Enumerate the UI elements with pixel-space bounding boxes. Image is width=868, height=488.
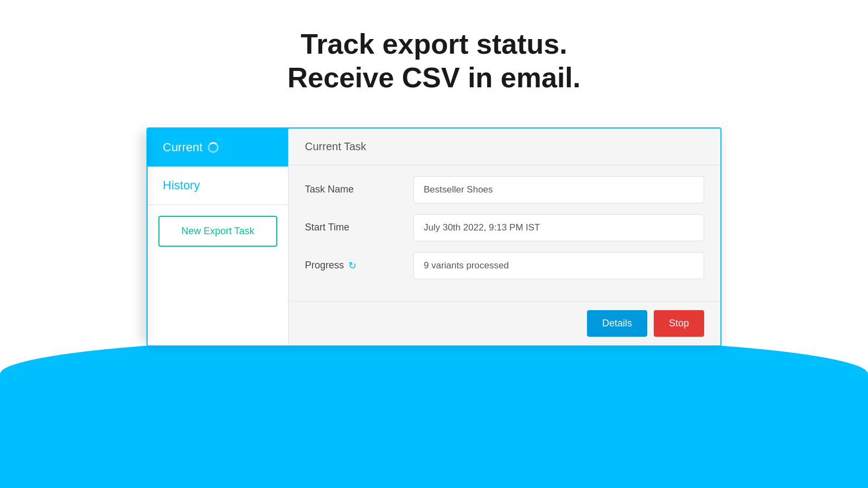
start-time-value: July 30th 2022, 9:13 PM IST bbox=[413, 214, 704, 241]
task-name-value: Bestseller Shoes bbox=[413, 176, 704, 203]
section-title: Current Task bbox=[289, 129, 720, 165]
sidebar-item-current[interactable]: Current bbox=[148, 129, 288, 166]
progress-value: 9 variants processed bbox=[413, 252, 704, 279]
card-wrapper: Current History New Export Task Current … bbox=[146, 127, 722, 346]
card-shadow bbox=[138, 133, 149, 341]
new-task-label: New Export Task bbox=[181, 226, 254, 236]
task-name-label: Task Name bbox=[305, 184, 403, 195]
details-button[interactable]: Details bbox=[587, 310, 647, 337]
history-label: History bbox=[163, 178, 200, 192]
page-content: Track export status. Receive CSV in emai… bbox=[0, 0, 868, 488]
progress-label: Progress ↻ bbox=[305, 260, 403, 272]
page-header: Track export status. Receive CSV in emai… bbox=[288, 0, 581, 95]
start-time-row: Start Time July 30th 2022, 9:13 PM IST bbox=[305, 214, 704, 241]
sidebar-item-history[interactable]: History bbox=[148, 166, 288, 205]
header-title: Track export status. Receive CSV in emai… bbox=[288, 27, 581, 95]
current-label: Current bbox=[163, 140, 202, 155]
start-time-label: Start Time bbox=[305, 222, 403, 233]
progress-row: Progress ↻ 9 variants processed bbox=[305, 252, 704, 279]
header-line1: Track export status. bbox=[301, 28, 567, 60]
main-card: Current History New Export Task Current … bbox=[146, 127, 722, 346]
main-content-area: Current Task Task Name Bestseller Shoes … bbox=[289, 129, 720, 345]
form-area: Task Name Bestseller Shoes Start Time Ju… bbox=[289, 165, 720, 301]
footer-actions: Details Stop bbox=[289, 301, 720, 345]
stop-button[interactable]: Stop bbox=[654, 310, 704, 337]
header-line2: Receive CSV in email. bbox=[288, 62, 581, 93]
refresh-icon: ↻ bbox=[348, 260, 356, 272]
task-name-row: Task Name Bestseller Shoes bbox=[305, 176, 704, 203]
spinner-icon bbox=[208, 142, 219, 153]
sidebar: Current History New Export Task bbox=[148, 129, 289, 345]
new-export-task-button[interactable]: New Export Task bbox=[158, 216, 277, 247]
